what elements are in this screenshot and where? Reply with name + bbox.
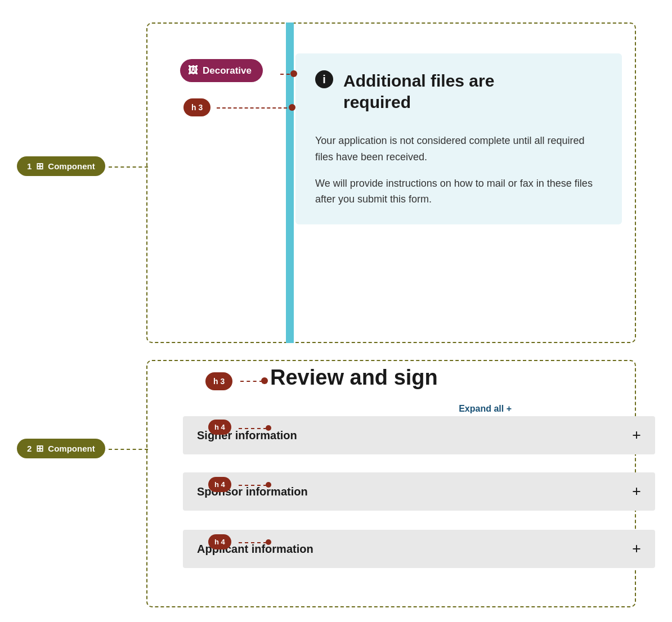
review-title: Review and sign <box>270 366 438 390</box>
component-2-number: 2 <box>27 444 32 453</box>
acc-h4-badge-applicant: h 4 <box>208 534 231 549</box>
acc-h4-badge-sponsor-wrapper: h 4 <box>208 477 231 492</box>
dot-signer <box>266 425 271 431</box>
sponsor-expand-icon[interactable]: + <box>632 483 641 501</box>
component-2-label: Component <box>48 444 95 453</box>
connector-line-2 <box>109 449 148 450</box>
info-para-2: We will provide instructions on how to m… <box>315 175 602 208</box>
page-container: 1 ⊞ Component 🖼 Decorative h 3 i <box>0 0 672 622</box>
acc-h4-badge-sponsor: h 4 <box>208 477 231 492</box>
info-card-title: Additional files are required <box>343 70 494 112</box>
dashed-applicant <box>239 542 267 543</box>
h3-badge-box2: h 3 <box>205 372 232 390</box>
component-label-2: 2 ⊞ Component <box>17 439 105 458</box>
info-icon: i <box>315 70 333 88</box>
signer-expand-icon[interactable]: + <box>632 426 641 444</box>
component-2-cross-icon: ⊞ <box>36 443 43 454</box>
h3-label-box2: h 3 <box>213 377 225 386</box>
dashed-sponsor <box>239 485 267 486</box>
acc-h4-badge-applicant-wrapper: h 4 <box>208 534 231 549</box>
component-1-cross-icon: ⊞ <box>36 161 43 172</box>
accordion-row-sponsor[interactable]: Sponsor information + <box>183 472 655 511</box>
applicant-expand-icon[interactable]: + <box>632 540 641 558</box>
review-title-wrapper: Review and sign <box>270 366 438 390</box>
decorative-label: Decorative <box>203 65 252 76</box>
decorative-badge: 🖼 Decorative <box>180 59 263 82</box>
h3-badge-box1: h 3 <box>183 98 210 116</box>
component-1-label: Component <box>48 161 95 171</box>
accordion-row-signer[interactable]: Signer information + <box>183 416 655 454</box>
info-card-body: Your application is not considered compl… <box>315 133 602 208</box>
dot-h3-box1 <box>289 104 295 111</box>
box1-inner: 🖼 Decorative h 3 i Additional files are … <box>146 22 636 343</box>
dot-decorative <box>290 70 297 77</box>
component-1-number: 1 <box>27 161 32 171</box>
connector-line-1 <box>109 166 148 168</box>
dot-applicant <box>266 539 271 545</box>
decorative-img-icon: 🖼 <box>188 65 198 76</box>
dashed-h3-box1 <box>217 107 293 109</box>
h3-badge-box2-wrapper: h 3 <box>205 372 232 390</box>
acc-h4-badge-signer-wrapper: h 4 <box>208 420 231 435</box>
dot-sponsor <box>266 482 271 488</box>
info-card: i Additional files are required Your app… <box>295 53 622 224</box>
info-para-1: Your application is not considered compl… <box>315 133 602 165</box>
acc-h4-badge-signer: h 4 <box>208 420 231 435</box>
accordion-row-applicant[interactable]: Applicant information + <box>183 530 655 568</box>
dot-h3-box2 <box>261 377 268 384</box>
dashed-h3-box2 <box>240 381 263 382</box>
h3-label-box1: h 3 <box>191 103 203 112</box>
dashed-signer <box>239 428 267 429</box>
expand-all-button[interactable]: Expand all + <box>459 404 512 414</box>
component-label-1: 1 ⊞ Component <box>17 156 105 176</box>
